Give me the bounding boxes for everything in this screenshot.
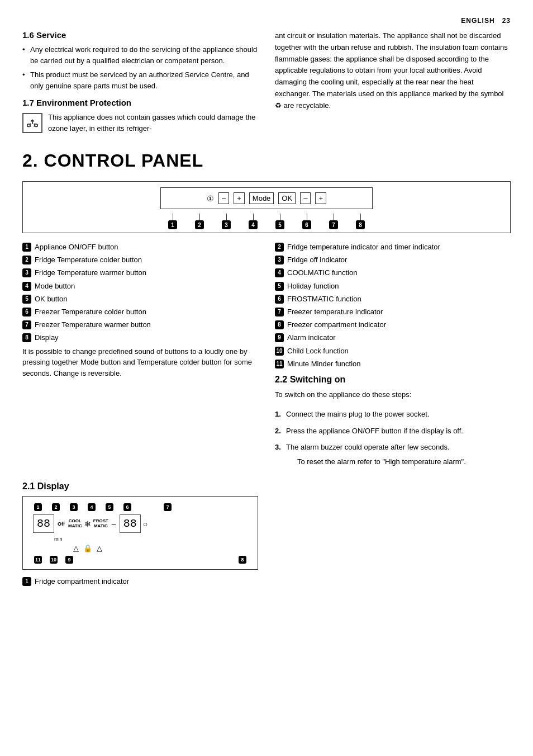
steps-list: 1. Connect the mains plug to the power s…: [275, 409, 511, 467]
item-left-3: 3 Fridge Temperature warmer button: [22, 268, 258, 278]
page: ENGLISH 23 1.6 Service Any electrical wo…: [0, 0, 533, 756]
vline-5: [280, 214, 280, 220]
item-right-7: 7 Freezer temperature indicator: [275, 307, 511, 317]
step-2-num: 2.: [275, 426, 281, 437]
items-two-col: 1 Appliance ON/OFF button 2 Fridge Tempe…: [22, 242, 511, 472]
cp-num-1-col: 1: [159, 214, 186, 229]
step-3-sub: To reset the alarm refer to "High temper…: [286, 456, 511, 467]
cp-num-6-col: 6: [293, 214, 320, 229]
item-right-2: 2 Fridge temperature indicator and timer…: [275, 242, 511, 252]
step-3: 3. The alarm buzzer could operate after …: [275, 442, 511, 467]
display-badge-9: 9: [65, 556, 73, 564]
cp-badge-3: 3: [222, 220, 231, 229]
left-column: 1.6 Service Any electrical work required…: [22, 30, 258, 134]
item-label-1: Appliance ON/OFF button: [35, 242, 118, 252]
cp-num-8-col: 8: [347, 214, 374, 229]
min-label: min: [28, 536, 252, 542]
display-badge-8b: 8: [239, 556, 246, 564]
item-label-r5: Holiday function: [287, 281, 339, 291]
env-text: This appliance does not contain gasses w…: [48, 112, 258, 134]
fridge-minus-btn[interactable]: –: [218, 192, 229, 204]
item-badge-8: 8: [22, 333, 31, 342]
page-number: 23: [502, 17, 511, 25]
display-badge-11: 11: [34, 556, 42, 564]
item-label-r7: Freezer temperature indicator: [287, 307, 383, 317]
item-badge-r9: 9: [275, 333, 284, 342]
main-section-title: 2. CONTROL PANEL: [22, 150, 511, 171]
cp-badge-8: 8: [356, 220, 365, 229]
item-badge-6: 6: [22, 308, 31, 316]
service-list: Any electrical work required to do the s…: [22, 44, 258, 91]
section-2-2: 2.2 Switching on To switch on the applia…: [275, 375, 511, 467]
cp-num-4-col: 4: [240, 214, 266, 229]
cp-num-7-col: 7: [320, 214, 347, 229]
env-row: This appliance does not contain gasses w…: [22, 112, 258, 134]
items-left-col: 1 Appliance ON/OFF button 2 Fridge Tempe…: [22, 242, 258, 472]
coolmatic-label: COOLMATIC: [68, 519, 82, 529]
display-badge-6: 6: [123, 503, 131, 511]
control-panel-diagram: ① – + Mode OK – + 1 2 3: [22, 181, 511, 233]
bottom-nums-left: 11 10 9: [34, 556, 73, 564]
section-1-7-heading: 1.7 Environment Protection: [22, 98, 258, 107]
display-badge-4: 4: [88, 503, 96, 511]
display-diagram: 1 2 3 4 5 6 7 88: [22, 496, 258, 570]
fridge-plus-btn[interactable]: +: [234, 192, 245, 204]
item-badge-r2: 2: [275, 243, 284, 252]
fridge-display-seg: 88: [33, 514, 54, 533]
lock-icon: 🔒: [83, 544, 92, 552]
item-label-8: Display: [35, 333, 59, 343]
item-badge-2: 2: [22, 256, 31, 264]
ok-btn[interactable]: OK: [278, 192, 296, 204]
cp-num-5-col: 5: [266, 214, 293, 229]
freezer-minus-btn[interactable]: –: [300, 192, 311, 204]
item-badge-r5: 5: [275, 282, 284, 291]
vline-2: [199, 214, 200, 220]
cp-badge-7: 7: [329, 220, 338, 229]
item-label-5: OK button: [35, 294, 68, 304]
language-label: ENGLISH: [461, 17, 494, 25]
display-badge-10: 10: [50, 556, 58, 564]
section-2-1-heading: 2.1 Display: [22, 481, 258, 492]
item-label-3: Fridge Temperature warmer button: [35, 268, 146, 278]
item-label-r3: Fridge off indicator: [287, 255, 347, 265]
item-badge-r8: 8: [275, 320, 284, 329]
display-segments-row: 88 Off COOLMATIC ❄ FROSTMATIC – 88: [28, 513, 252, 534]
snowflake-icon: ❄: [84, 519, 91, 528]
display-badge-7: 7: [164, 503, 172, 511]
display-item-1: 1 Fridge compartment indicator: [22, 577, 258, 587]
bottom-two-col: 2.1 Display 1 2 3 4 5 6 7: [22, 481, 511, 589]
display-icons-row: △ 🔒 △: [28, 544, 252, 552]
display-section: 2.1 Display 1 2 3 4 5 6 7: [22, 481, 258, 589]
service-item-2: This product must be serviced by an auth…: [22, 69, 258, 91]
step-3-num: 3.: [275, 442, 281, 453]
item-left-4: 4 Mode button: [22, 281, 258, 291]
vline-8: [360, 214, 361, 220]
item-label-7: Freezer Temperature warmer button: [35, 320, 151, 330]
cp-num-3-col: 3: [213, 214, 240, 229]
item-label-r10: Child Lock function: [287, 346, 349, 356]
vline-6: [307, 214, 307, 220]
section-1-6-heading: 1.6 Service: [22, 30, 258, 40]
item-right-11: 11 Minute Minder function: [275, 359, 511, 369]
step-2: 2. Press the appliance ON/OFF button if …: [275, 426, 511, 437]
step-1-num: 1.: [275, 409, 281, 420]
display-bottom-nums: 11 10 9 8: [28, 555, 252, 565]
page-header: ENGLISH 23: [22, 17, 511, 25]
freezer-plus-btn[interactable]: +: [315, 192, 326, 204]
step-2-text: Press the appliance ON/OFF button if the…: [286, 427, 463, 435]
mode-btn[interactable]: Mode: [249, 192, 274, 204]
display-item-1-label: Fridge compartment indicator: [35, 577, 129, 587]
cp-badge-1: 1: [168, 220, 177, 229]
cp-badge-5: 5: [275, 220, 284, 229]
item-badge-r7: 7: [275, 308, 284, 316]
item-label-6: Freezer Temperature colder button: [35, 307, 146, 317]
item-left-8: 8 Display: [22, 333, 258, 343]
cp-num-2-col: 2: [186, 214, 213, 229]
display-badge-i1: 1: [22, 577, 31, 586]
item-right-9: 9 Alarm indicator: [275, 333, 511, 343]
off-label: Off: [58, 521, 65, 527]
power-icon: ①: [207, 194, 214, 203]
item-badge-4: 4: [22, 282, 31, 291]
item-right-8: 8 Freezer compartment indicator: [275, 320, 511, 330]
item-badge-r3: 3: [275, 256, 284, 264]
